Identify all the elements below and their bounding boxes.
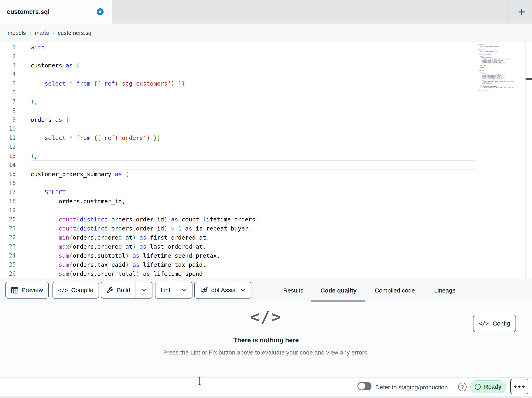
line-text: with [22,44,45,51]
defer-toggle[interactable] [357,382,372,390]
code-line-5[interactable]: 5 select * from {{ ref('stg_customers') … [0,79,525,88]
tab-code-quality[interactable]: Code quality [320,279,357,302]
code-line-3[interactable]: 3customers as ( [0,61,525,70]
line-text: customers as ( [22,62,80,69]
code-line-11[interactable]: 11 select * from {{ ref('orders') }} [0,133,525,142]
dbt-assist-button-label: dbt Assist [211,287,237,294]
empty-state-title: There is nothing here [233,336,299,344]
text-cursor-pointer [196,376,203,386]
more-options-button[interactable] [510,379,528,394]
code-line-19[interactable]: 19 [0,206,525,215]
code-line-25[interactable]: 25 sum(orders.tax_paid) as lifetime_tax_… [0,260,525,269]
status-badge: Ready [470,380,506,393]
defer-label: Defer to staging/production [375,378,448,397]
code-line-26[interactable]: 26 sum(orders.order_total) as lifetime_s… [0,269,525,278]
ready-circle-icon [475,384,481,390]
assist-chat-sparkle-icon [200,286,208,294]
line-number: 16 [0,180,22,186]
build-button[interactable]: Build [101,282,136,298]
tab-code-quality-label: Code quality [320,287,357,294]
ready-label: Ready [484,384,501,390]
tab-title: customers.sql [7,8,50,15]
help-glyph: ? [461,384,464,390]
code-line-9[interactable]: 9orders as ( [0,115,525,124]
active-line-highlight [31,160,477,170]
tab-bar: customers.sql + [0,0,532,24]
line-number: 8 [0,107,22,114]
code-line-14[interactable]: 14 [0,160,525,170]
code-line-21[interactable]: 21 count(distinct orders.order_id) > 1 a… [0,224,525,233]
dot-icon [522,385,525,388]
code-lines: 1with23customers as (45 select * from {{… [0,43,525,278]
tab-lineage[interactable]: Lineage [434,279,456,302]
code-line-13[interactable]: 13), [0,151,525,160]
lint-split-button[interactable]: Lint [155,282,192,299]
tab-lineage-label: Lineage [434,287,456,294]
line-number: 10 [0,125,22,132]
breadcrumb: models › marts › customers.sql [8,24,93,42]
tab-customers-sql[interactable]: customers.sql [0,0,112,24]
code-line-15[interactable]: 15customer_orders_summary as ( [0,170,525,179]
code-line-17[interactable]: 17 SELECT [0,188,525,197]
line-number: 24 [0,252,22,259]
empty-state: </> There is nothing here Press the Lint… [0,308,532,356]
code-line-12[interactable]: 12 [0,142,525,151]
lint-options-button[interactable] [176,282,192,298]
code-line-16[interactable]: 16 [0,179,525,188]
minimap[interactable]: with customers as ( select * from {{ ref… [478,43,525,91]
line-text: count(distinct orders.order_id) as count… [22,216,259,223]
tab-results[interactable]: Results [283,279,303,302]
code-line-2[interactable]: 2 [0,52,525,61]
tab-compiled-code[interactable]: Compiled code [375,279,415,302]
new-tab-button[interactable]: + [512,0,532,24]
code-line-4[interactable]: 4 [0,70,525,79]
chevron-down-icon [181,288,187,292]
breadcrumb-models[interactable]: models [8,30,26,36]
preview-button-label: Preview [21,287,43,294]
config-button[interactable]: </> Config [473,315,516,332]
unsaved-changes-dot-icon [97,8,104,15]
line-number: 21 [0,225,22,232]
toolbar-panel-divider [267,279,267,302]
code-icon: </> [479,320,489,326]
line-number: 5 [0,80,22,87]
code-line-1[interactable]: 1with [0,43,525,52]
toggle-knob [358,383,365,390]
help-icon[interactable]: ? [458,383,467,391]
code-line-22[interactable]: 22 min(orders.ordered_at) as first_order… [0,233,525,242]
active-tab-underline [311,300,365,302]
code-line-20[interactable]: 20 count(distinct orders.order_id) as co… [0,215,525,224]
code-line-7[interactable]: 7), [0,97,525,106]
code-line-8[interactable]: 8 [0,106,525,115]
line-number: 18 [0,198,22,204]
code-line-18[interactable]: 18 orders.customer_id, [0,197,525,206]
chevron-down-icon [141,288,147,292]
window-bottom-edge [0,396,532,398]
line-text: sum(orders.order_total) as lifetime_spen… [22,270,203,277]
code-line-6[interactable]: 6 [0,88,525,97]
code-editor[interactable]: 1with23customers as (45 select * from {{… [0,42,532,279]
code-line-24[interactable]: 24 sum(orders.subtotal) as lifetime_spen… [0,251,525,260]
code-brackets-icon: </> [250,308,282,326]
line-number: 2 [0,53,22,59]
build-split-button[interactable]: Build [101,282,152,299]
lint-button[interactable]: Lint [155,282,176,298]
compile-button[interactable]: </> Compile [52,282,99,299]
wrench-icon [106,287,114,294]
breadcrumb-marts[interactable]: marts [35,30,49,36]
code-icon: </> [58,287,68,293]
dbt-assist-button[interactable]: dbt Assist [194,282,251,299]
code-line-23[interactable]: 23 max(orders.ordered_at) as last_ordere… [0,242,525,251]
line-number: 3 [0,62,22,69]
scrollbar-thumb[interactable] [526,78,532,80]
breadcrumb-customers-sql[interactable]: customers.sql [58,30,93,36]
plus-icon: + [518,6,525,18]
tabbar-divider [508,0,508,24]
build-options-button[interactable] [136,282,152,298]
code-line-10[interactable]: 10 [0,124,525,133]
line-text: select * from {{ ref('stg_customers') }} [22,80,185,87]
empty-state-description: Press the Lint or Fix button above to ev… [163,349,369,356]
line-number: 19 [0,207,22,214]
preview-button[interactable]: Preview [6,282,49,299]
line-number: 25 [0,261,22,268]
